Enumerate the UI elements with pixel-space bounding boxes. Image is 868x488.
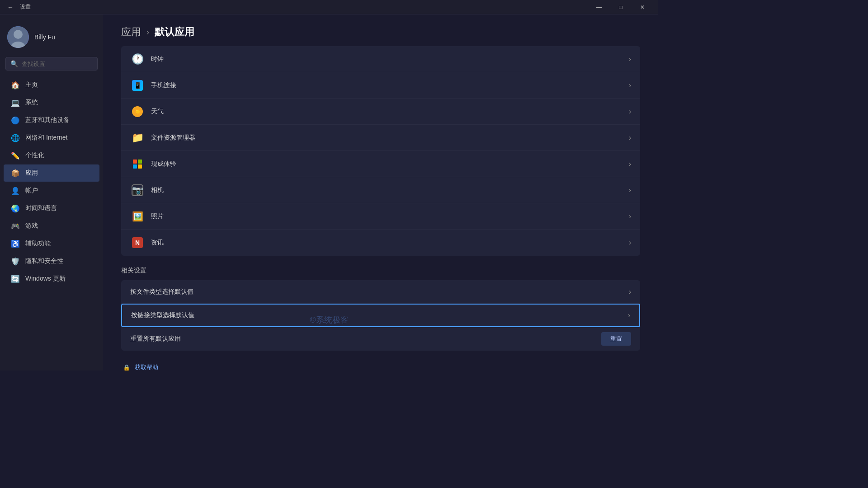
app-item-explorer[interactable]: 📁 文件资源管理器 ›: [121, 125, 640, 151]
app-item-left-weather: ☀️ 天气: [130, 104, 164, 119]
app-name-news: 资讯: [151, 239, 164, 247]
phone-icon: 📱: [132, 80, 143, 91]
related-settings-title: 相关设置: [121, 267, 640, 275]
app-item-experience[interactable]: 现成体验 ›: [121, 151, 640, 177]
content-body: 🕐 时钟 › 📱 手机连接 › ☀️ 天气 › 📁 文件资源管理器 › 现成体验…: [103, 46, 658, 371]
breadcrumb-current: 默认应用: [155, 25, 194, 39]
nav-label-bluetooth: 蓝牙和其他设备: [25, 116, 70, 124]
chevron-right-weather: ›: [629, 108, 631, 116]
search-box[interactable]: 🔍: [5, 57, 98, 70]
sidebar-item-apps[interactable]: 📦 应用: [4, 164, 99, 182]
sidebar-item-accounts[interactable]: 👤 帐户: [4, 182, 99, 199]
sidebar-item-accessibility[interactable]: ♿ 辅助功能: [4, 235, 99, 252]
nav-label-windows_update: Windows 更新: [25, 275, 66, 283]
app-list: 🕐 时钟 › 📱 手机连接 › ☀️ 天气 › 📁 文件资源管理器 › 现成体验…: [121, 46, 640, 256]
chevron-right-explorer: ›: [629, 134, 631, 142]
search-icon: 🔍: [10, 60, 18, 67]
titlebar-left: ← 设置: [5, 2, 31, 13]
app-name-experience: 现成体验: [151, 160, 176, 168]
help-label: 获取帮助: [135, 363, 158, 371]
app-item-camera[interactable]: 📷 相机 ›: [121, 177, 640, 203]
nav-label-accessibility: 辅助功能: [25, 239, 51, 248]
app-icon-explorer: 📁: [130, 131, 145, 145]
nav-icon-personalization: ✏️: [11, 151, 20, 160]
file-type-chevron: ›: [629, 288, 631, 296]
nav-label-home: 主页: [25, 81, 38, 89]
help-icon: 🔒: [123, 364, 130, 371]
app-name-camera: 相机: [151, 186, 164, 194]
reset-row: 重置所有默认应用 重置: [121, 327, 640, 351]
nav-icon-windows_update: 🔄: [11, 274, 20, 283]
sidebar-item-windows_update[interactable]: 🔄 Windows 更新: [4, 270, 99, 287]
chevron-right-camera: ›: [629, 186, 631, 194]
nav-icon-privacy: 🛡️: [11, 257, 20, 266]
app-name-photos: 照片: [151, 212, 164, 221]
breadcrumb-parent[interactable]: 应用: [121, 25, 141, 39]
chevron-right-phone: ›: [629, 81, 631, 89]
nav-icon-time: 🌏: [11, 204, 20, 213]
chevron-right-experience: ›: [629, 160, 631, 168]
nav-label-system: 系统: [25, 99, 38, 107]
related-settings-list: 按文件类型选择默认值 › 按链接类型选择默认值 › 重置所有默认应用 重置: [121, 280, 640, 351]
chevron-right-news: ›: [629, 239, 631, 247]
main-layout: Billy Fu 🔍 🏠 主页 💻 系统 🔵 蓝牙和其他设备 🌐 网络和 Int…: [0, 14, 658, 371]
nav-icon-home: 🏠: [11, 80, 20, 89]
chevron-right-photos: ›: [629, 212, 631, 221]
sidebar-item-games[interactable]: 🎮 游戏: [4, 217, 99, 235]
app-icon-camera: 📷: [130, 183, 145, 197]
news-icon: N: [132, 237, 143, 248]
breadcrumb-separator: ›: [146, 28, 149, 37]
app-item-photos[interactable]: 🖼️ 照片 ›: [121, 203, 640, 230]
app-name-clock: 时钟: [151, 55, 164, 63]
reset-button[interactable]: 重置: [601, 332, 631, 346]
nav-icon-apps: 📦: [11, 169, 20, 178]
app-item-left-photos: 🖼️ 照片: [130, 209, 164, 224]
close-button[interactable]: ✕: [632, 0, 653, 14]
search-input[interactable]: [22, 61, 93, 67]
chevron-right-clock: ›: [629, 55, 631, 63]
minimize-button[interactable]: —: [589, 0, 609, 14]
nav-label-personalization: 个性化: [25, 151, 44, 160]
link-type-item[interactable]: 按链接类型选择默认值 ›: [121, 304, 640, 327]
link-type-chevron: ›: [628, 311, 630, 319]
app-name-phone: 手机连接: [151, 81, 176, 89]
folder-icon: 📁: [132, 132, 144, 144]
app-icon-clock: 🕐: [130, 52, 145, 66]
app-icon-photos: 🖼️: [130, 209, 145, 224]
user-profile[interactable]: Billy Fu: [0, 19, 103, 57]
app-icon-news: N: [130, 235, 145, 250]
titlebar-controls: — □ ✕: [589, 0, 653, 14]
maximize-button[interactable]: □: [610, 0, 631, 14]
sidebar-item-privacy[interactable]: 🛡️ 隐私和安全性: [4, 253, 99, 270]
help-link[interactable]: 🔒 获取帮助: [121, 360, 640, 371]
app-item-left-phone: 📱 手机连接: [130, 78, 176, 93]
photos-icon: 🖼️: [132, 211, 143, 222]
app-item-clock[interactable]: 🕐 时钟 ›: [121, 46, 640, 72]
nav-container: 🏠 主页 💻 系统 🔵 蓝牙和其他设备 🌐 网络和 Internet ✏️ 个性…: [0, 76, 103, 288]
app-item-news[interactable]: N 资讯 ›: [121, 230, 640, 256]
sidebar: Billy Fu 🔍 🏠 主页 💻 系统 🔵 蓝牙和其他设备 🌐 网络和 Int…: [0, 14, 103, 371]
back-button[interactable]: ←: [5, 2, 15, 13]
app-item-weather[interactable]: ☀️ 天气 ›: [121, 99, 640, 125]
sidebar-item-time[interactable]: 🌏 时间和语言: [4, 200, 99, 217]
sidebar-item-system[interactable]: 💻 系统: [4, 94, 99, 111]
app-item-left-news: N 资讯: [130, 235, 164, 250]
sidebar-item-network[interactable]: 🌐 网络和 Internet: [4, 129, 99, 146]
app-name-explorer: 文件资源管理器: [151, 134, 195, 142]
titlebar: ← 设置 — □ ✕: [0, 0, 658, 14]
app-name-weather: 天气: [151, 108, 164, 116]
sidebar-item-personalization[interactable]: ✏️ 个性化: [4, 147, 99, 164]
nav-label-accounts: 帐户: [25, 187, 38, 195]
app-icon-experience: [130, 157, 145, 171]
avatar: [7, 26, 29, 48]
app-item-phone[interactable]: 📱 手机连接 ›: [121, 72, 640, 99]
sidebar-item-bluetooth[interactable]: 🔵 蓝牙和其他设备: [4, 112, 99, 129]
file-type-item[interactable]: 按文件类型选择默认值 ›: [121, 280, 640, 304]
user-info: Billy Fu: [34, 33, 55, 41]
page-header: 应用 › 默认应用: [103, 14, 658, 46]
weather-icon: ☀️: [132, 106, 143, 117]
ms-icon: [132, 159, 143, 169]
sidebar-item-home[interactable]: 🏠 主页: [4, 76, 99, 94]
camera-icon: 📷: [132, 184, 143, 196]
nav-icon-network: 🌐: [11, 133, 20, 142]
